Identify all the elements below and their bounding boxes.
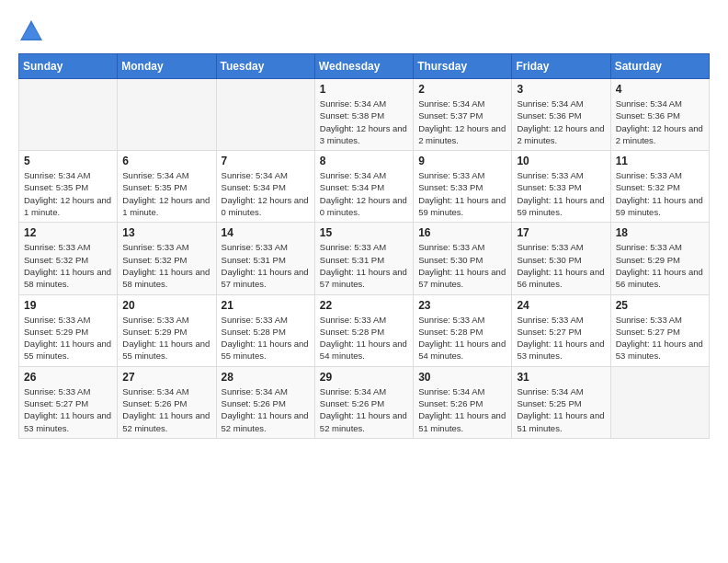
calendar-cell: 8Sunrise: 5:34 AM Sunset: 5:34 PM Daylig… bbox=[314, 151, 413, 223]
calendar-cell: 26Sunrise: 5:33 AM Sunset: 5:27 PM Dayli… bbox=[19, 366, 118, 438]
day-number: 1 bbox=[320, 83, 408, 96]
day-info: Sunrise: 5:33 AM Sunset: 5:32 PM Dayligh… bbox=[24, 241, 112, 290]
weekday-header-saturday: Saturday bbox=[610, 54, 709, 79]
calendar-week-row: 26Sunrise: 5:33 AM Sunset: 5:27 PM Dayli… bbox=[19, 366, 710, 438]
day-info: Sunrise: 5:33 AM Sunset: 5:32 PM Dayligh… bbox=[616, 169, 704, 218]
day-info: Sunrise: 5:33 AM Sunset: 5:27 PM Dayligh… bbox=[517, 314, 605, 362]
calendar-cell: 17Sunrise: 5:33 AM Sunset: 5:30 PM Dayli… bbox=[512, 223, 610, 294]
day-number: 10 bbox=[517, 155, 605, 167]
calendar-cell bbox=[610, 366, 709, 438]
weekday-header-wednesday: Wednesday bbox=[314, 54, 413, 79]
calendar-cell: 20Sunrise: 5:33 AM Sunset: 5:29 PM Dayli… bbox=[118, 294, 216, 366]
day-info: Sunrise: 5:34 AM Sunset: 5:38 PM Dayligh… bbox=[320, 98, 408, 146]
calendar-cell: 22Sunrise: 5:33 AM Sunset: 5:28 PM Dayli… bbox=[314, 294, 413, 366]
day-info: Sunrise: 5:34 AM Sunset: 5:35 PM Dayligh… bbox=[24, 169, 112, 218]
day-number: 8 bbox=[320, 155, 408, 167]
calendar-cell bbox=[19, 79, 118, 151]
day-info: Sunrise: 5:34 AM Sunset: 5:37 PM Dayligh… bbox=[418, 98, 506, 146]
day-info: Sunrise: 5:34 AM Sunset: 5:34 PM Dayligh… bbox=[222, 169, 310, 218]
day-info: Sunrise: 5:33 AM Sunset: 5:28 PM Dayligh… bbox=[320, 314, 408, 362]
calendar-cell: 14Sunrise: 5:33 AM Sunset: 5:31 PM Dayli… bbox=[216, 223, 314, 294]
day-number: 2 bbox=[418, 83, 506, 96]
day-number: 16 bbox=[418, 226, 506, 239]
calendar-cell: 3Sunrise: 5:34 AM Sunset: 5:36 PM Daylig… bbox=[512, 79, 610, 151]
calendar-cell: 21Sunrise: 5:33 AM Sunset: 5:28 PM Dayli… bbox=[216, 294, 314, 366]
day-info: Sunrise: 5:34 AM Sunset: 5:36 PM Dayligh… bbox=[517, 98, 605, 146]
day-number: 5 bbox=[24, 155, 112, 167]
day-info: Sunrise: 5:33 AM Sunset: 5:28 PM Dayligh… bbox=[418, 314, 506, 362]
calendar-cell: 31Sunrise: 5:34 AM Sunset: 5:25 PM Dayli… bbox=[512, 366, 610, 438]
logo bbox=[18, 18, 48, 44]
calendar-cell: 9Sunrise: 5:33 AM Sunset: 5:33 PM Daylig… bbox=[414, 151, 512, 223]
day-number: 13 bbox=[122, 226, 210, 239]
day-info: Sunrise: 5:34 AM Sunset: 5:26 PM Dayligh… bbox=[418, 385, 506, 434]
calendar-cell: 11Sunrise: 5:33 AM Sunset: 5:32 PM Dayli… bbox=[610, 151, 709, 223]
day-info: Sunrise: 5:33 AM Sunset: 5:29 PM Dayligh… bbox=[122, 314, 210, 362]
calendar-cell: 30Sunrise: 5:34 AM Sunset: 5:26 PM Dayli… bbox=[414, 366, 512, 438]
calendar-week-row: 1Sunrise: 5:34 AM Sunset: 5:38 PM Daylig… bbox=[19, 79, 710, 151]
svg-marker-1 bbox=[22, 24, 40, 39]
day-number: 22 bbox=[320, 299, 408, 312]
day-number: 18 bbox=[616, 226, 704, 239]
calendar-cell: 27Sunrise: 5:34 AM Sunset: 5:26 PM Dayli… bbox=[118, 366, 216, 438]
calendar-cell bbox=[216, 79, 314, 151]
day-number: 26 bbox=[24, 371, 112, 384]
calendar-cell bbox=[118, 79, 216, 151]
day-info: Sunrise: 5:34 AM Sunset: 5:35 PM Dayligh… bbox=[122, 169, 210, 218]
calendar-cell: 13Sunrise: 5:33 AM Sunset: 5:32 PM Dayli… bbox=[118, 223, 216, 294]
day-info: Sunrise: 5:33 AM Sunset: 5:27 PM Dayligh… bbox=[24, 385, 112, 434]
day-number: 17 bbox=[517, 226, 605, 239]
calendar-cell: 23Sunrise: 5:33 AM Sunset: 5:28 PM Dayli… bbox=[414, 294, 512, 366]
calendar-cell: 28Sunrise: 5:34 AM Sunset: 5:26 PM Dayli… bbox=[216, 366, 314, 438]
day-number: 30 bbox=[418, 371, 506, 384]
day-info: Sunrise: 5:33 AM Sunset: 5:32 PM Dayligh… bbox=[122, 241, 210, 290]
calendar-cell: 6Sunrise: 5:34 AM Sunset: 5:35 PM Daylig… bbox=[118, 151, 216, 223]
day-info: Sunrise: 5:34 AM Sunset: 5:34 PM Dayligh… bbox=[320, 169, 408, 218]
day-info: Sunrise: 5:34 AM Sunset: 5:25 PM Dayligh… bbox=[517, 385, 605, 434]
calendar-cell: 19Sunrise: 5:33 AM Sunset: 5:29 PM Dayli… bbox=[19, 294, 118, 366]
day-number: 25 bbox=[616, 299, 704, 312]
day-info: Sunrise: 5:33 AM Sunset: 5:29 PM Dayligh… bbox=[24, 314, 112, 362]
calendar-table: SundayMondayTuesdayWednesdayThursdayFrid… bbox=[18, 53, 710, 439]
day-info: Sunrise: 5:33 AM Sunset: 5:31 PM Dayligh… bbox=[320, 241, 408, 290]
weekday-header-tuesday: Tuesday bbox=[216, 54, 314, 79]
day-number: 4 bbox=[616, 83, 704, 96]
day-info: Sunrise: 5:33 AM Sunset: 5:30 PM Dayligh… bbox=[517, 241, 605, 290]
day-info: Sunrise: 5:34 AM Sunset: 5:26 PM Dayligh… bbox=[122, 385, 210, 434]
calendar-week-row: 19Sunrise: 5:33 AM Sunset: 5:29 PM Dayli… bbox=[19, 294, 710, 366]
day-number: 31 bbox=[517, 371, 605, 384]
day-info: Sunrise: 5:33 AM Sunset: 5:29 PM Dayligh… bbox=[616, 241, 704, 290]
weekday-header-row: SundayMondayTuesdayWednesdayThursdayFrid… bbox=[19, 54, 710, 79]
calendar-cell: 12Sunrise: 5:33 AM Sunset: 5:32 PM Dayli… bbox=[19, 223, 118, 294]
calendar-cell: 18Sunrise: 5:33 AM Sunset: 5:29 PM Dayli… bbox=[610, 223, 709, 294]
day-number: 7 bbox=[222, 155, 310, 167]
day-info: Sunrise: 5:33 AM Sunset: 5:27 PM Dayligh… bbox=[616, 314, 704, 362]
day-number: 29 bbox=[320, 371, 408, 384]
day-info: Sunrise: 5:33 AM Sunset: 5:33 PM Dayligh… bbox=[517, 169, 605, 218]
day-number: 27 bbox=[122, 371, 210, 384]
calendar-cell: 5Sunrise: 5:34 AM Sunset: 5:35 PM Daylig… bbox=[19, 151, 118, 223]
weekday-header-thursday: Thursday bbox=[414, 54, 512, 79]
logo-icon bbox=[18, 18, 44, 44]
day-number: 21 bbox=[222, 299, 310, 312]
calendar-week-row: 12Sunrise: 5:33 AM Sunset: 5:32 PM Dayli… bbox=[19, 223, 710, 294]
day-number: 6 bbox=[122, 155, 210, 167]
day-info: Sunrise: 5:33 AM Sunset: 5:28 PM Dayligh… bbox=[222, 314, 310, 362]
day-info: Sunrise: 5:33 AM Sunset: 5:30 PM Dayligh… bbox=[418, 241, 506, 290]
weekday-header-sunday: Sunday bbox=[19, 54, 118, 79]
calendar-cell: 2Sunrise: 5:34 AM Sunset: 5:37 PM Daylig… bbox=[414, 79, 512, 151]
day-number: 11 bbox=[616, 155, 704, 167]
calendar-cell: 1Sunrise: 5:34 AM Sunset: 5:38 PM Daylig… bbox=[314, 79, 413, 151]
day-info: Sunrise: 5:33 AM Sunset: 5:31 PM Dayligh… bbox=[222, 241, 310, 290]
day-number: 15 bbox=[320, 226, 408, 239]
day-info: Sunrise: 5:34 AM Sunset: 5:26 PM Dayligh… bbox=[222, 385, 310, 434]
page-header bbox=[18, 18, 710, 44]
weekday-header-friday: Friday bbox=[512, 54, 610, 79]
day-number: 12 bbox=[24, 226, 112, 239]
calendar-cell: 16Sunrise: 5:33 AM Sunset: 5:30 PM Dayli… bbox=[414, 223, 512, 294]
day-info: Sunrise: 5:34 AM Sunset: 5:26 PM Dayligh… bbox=[320, 385, 408, 434]
calendar-week-row: 5Sunrise: 5:34 AM Sunset: 5:35 PM Daylig… bbox=[19, 151, 710, 223]
calendar-cell: 25Sunrise: 5:33 AM Sunset: 5:27 PM Dayli… bbox=[610, 294, 709, 366]
calendar-cell: 29Sunrise: 5:34 AM Sunset: 5:26 PM Dayli… bbox=[314, 366, 413, 438]
day-info: Sunrise: 5:34 AM Sunset: 5:36 PM Dayligh… bbox=[616, 98, 704, 146]
